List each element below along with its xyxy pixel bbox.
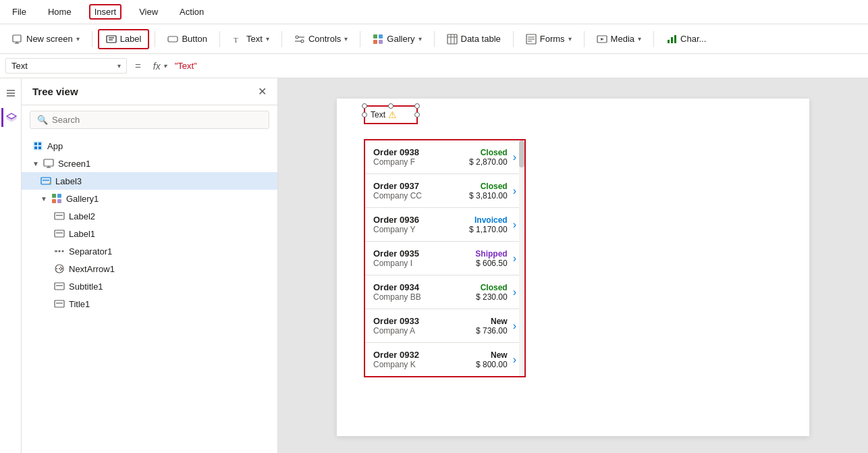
menu-file[interactable]: File [8, 4, 30, 20]
svg-rect-44 [52, 194, 56, 198]
svg-rect-35 [34, 142, 37, 145]
menu-action[interactable]: Action [175, 4, 208, 20]
svg-rect-16 [447, 34, 457, 44]
arrow-0935[interactable]: › [513, 252, 516, 265]
charts-button[interactable]: Char... [659, 30, 713, 48]
label3-warning-icon: ⚠ [388, 109, 397, 120]
order-0934: Order 0934 [373, 282, 476, 292]
tree-item-subtitle1-label: Subtitle1 [69, 282, 103, 292]
subtitle1-icon [54, 281, 65, 292]
new-screen-chevron: ▾ [76, 35, 80, 43]
gallery-item-0936[interactable]: Order 0936 Company Y Invoiced $ 1,170.00… [365, 208, 524, 242]
formula-input[interactable]: "Text" [175, 61, 863, 71]
forms-button[interactable]: Forms ▾ [519, 30, 578, 48]
tree-search: 🔍 [30, 111, 269, 129]
svg-rect-0 [13, 35, 21, 42]
media-icon [597, 34, 607, 45]
arrow-0936[interactable]: › [513, 219, 516, 231]
formula-selector[interactable]: Text ▾ [5, 58, 127, 74]
gallery-item-0938[interactable]: Order 0938 Company F Closed $ 2,870.00 › [365, 140, 524, 174]
gallery-item-0937[interactable]: Order 0937 Company CC Closed $ 3,810.00 … [365, 174, 524, 208]
media-button[interactable]: Media ▾ [590, 30, 648, 48]
menu-insert[interactable]: Insert [89, 4, 122, 20]
tree-item-app-label: App [47, 141, 63, 151]
tree-item-title1[interactable]: Title1 [22, 295, 277, 313]
arrow-0933[interactable]: › [513, 320, 516, 332]
gallery-icon [373, 34, 383, 45]
scrollbar-thumb[interactable] [519, 140, 524, 167]
svg-rect-50 [55, 230, 64, 237]
handle-tr[interactable] [414, 103, 420, 109]
tree-item-gallery1[interactable]: ▼ Gallery1 [22, 190, 277, 207]
media-chevron: ▾ [638, 35, 641, 43]
new-screen-button[interactable]: New screen ▾ [5, 30, 86, 48]
tree-close-button[interactable]: ✕ [258, 85, 267, 98]
toolbar-sep-6 [434, 31, 435, 47]
canvas-area[interactable]: Text ⚠ Order 0938 Company F Closed $ 2,8… [278, 78, 868, 453]
gallery-item-right-0936: Invoiced $ 1,170.00 [469, 215, 508, 234]
arrow-0934[interactable]: › [513, 286, 516, 298]
hamburger-menu-button[interactable] [1, 84, 20, 103]
gallery-item-right-0934: Closed $ 230.00 [476, 283, 508, 302]
handle-mr[interactable] [414, 112, 420, 117]
tree-item-subtitle1[interactable]: Subtitle1 [22, 277, 277, 295]
menu-home[interactable]: Home [44, 4, 76, 20]
gallery-button[interactable]: Gallery ▾ [366, 30, 428, 48]
label3-selected-container[interactable]: Text ⚠ [364, 105, 418, 124]
gallery-item-0934[interactable]: Order 0934 Company BB Closed $ 230.00 › [365, 275, 524, 309]
svg-rect-13 [379, 34, 383, 38]
text-button[interactable]: T Text ▾ [225, 30, 276, 48]
tree-item-separator1[interactable]: Separator1 [22, 242, 277, 260]
tree-item-label3[interactable]: Label3 [22, 172, 277, 190]
tree-header: Tree view ✕ [22, 78, 277, 105]
svg-rect-48 [55, 213, 64, 219]
amount-0934: $ 230.00 [476, 292, 508, 302]
menu-view[interactable]: View [135, 4, 162, 20]
gallery-item-0932[interactable]: Order 0932 Company K New $ 800.00 › [365, 343, 524, 376]
toolbar-sep-7 [513, 31, 514, 47]
layers-button[interactable] [1, 108, 20, 127]
tree-item-nextarrow1[interactable]: NextArrow1 [22, 260, 277, 277]
svg-rect-46 [52, 199, 56, 203]
order-0933: Order 0933 [373, 316, 476, 326]
data-table-button[interactable]: Data table [440, 30, 508, 48]
tree-item-app[interactable]: App [22, 137, 277, 155]
label-icon [106, 34, 117, 45]
button-icon [167, 34, 178, 45]
svg-rect-27 [671, 37, 673, 43]
status-0934: Closed [476, 283, 508, 292]
tree-content: App ▼ Screen1 Label3 [22, 134, 277, 453]
gallery-item-0933[interactable]: Order 0933 Company A New $ 736.00 › [365, 309, 524, 343]
handle-tl[interactable] [362, 103, 367, 109]
app-preview: Text ⚠ Order 0938 Company F Closed $ 2,8… [337, 99, 809, 436]
search-input[interactable] [52, 115, 262, 125]
svg-rect-45 [57, 194, 61, 198]
label3-element[interactable]: Text ⚠ [364, 105, 418, 124]
tree-item-label2[interactable]: Label2 [22, 207, 277, 225]
controls-button[interactable]: Controls ▾ [288, 30, 354, 48]
amount-0932: $ 800.00 [476, 360, 508, 369]
order-0932: Order 0932 [373, 350, 476, 360]
svg-point-9 [301, 40, 304, 43]
scrollbar-track[interactable] [519, 140, 524, 376]
company-0937: Company CC [373, 191, 469, 201]
svg-rect-3 [107, 36, 116, 43]
nextarrow1-icon [54, 263, 65, 274]
tree-item-screen1[interactable]: ▼ Screen1 [22, 155, 277, 172]
handle-tc[interactable] [388, 103, 394, 109]
text-icon: T [232, 34, 243, 45]
button-button[interactable]: Button [161, 30, 214, 48]
gallery-item-0935[interactable]: Order 0935 Company I Shipped $ 606.50 › [365, 242, 524, 275]
label-button-label: Label [120, 34, 142, 44]
arrow-0937[interactable]: › [513, 185, 516, 197]
text-label: Text [246, 34, 263, 44]
charts-label: Char... [680, 34, 706, 44]
order-0937: Order 0937 [373, 181, 469, 191]
label-button[interactable]: Label [98, 29, 150, 49]
tree-item-label1[interactable]: Label1 [22, 225, 277, 242]
arrow-0932[interactable]: › [513, 354, 516, 366]
company-0935: Company I [373, 259, 475, 268]
arrow-0938[interactable]: › [513, 151, 516, 163]
order-0936: Order 0936 [373, 215, 469, 225]
handle-ml[interactable] [362, 112, 367, 117]
